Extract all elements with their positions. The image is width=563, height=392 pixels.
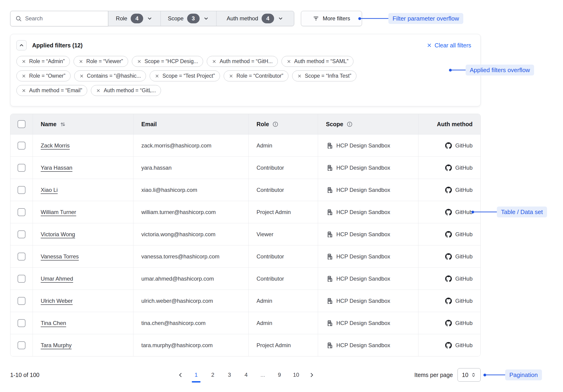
table-row: Victoria Wong victoria.wong@hashicorp.co… [10,223,480,245]
next-page-button[interactable] [308,372,315,378]
applied-filter-chip[interactable]: Role = “Admin” [16,56,70,67]
page-number[interactable]: 3 [225,372,234,378]
applied-filter-chip[interactable]: Scope = “HCP Desig... [132,56,203,67]
annotation-dot [449,69,452,72]
remove-filter-icon[interactable] [229,74,233,78]
page-number[interactable]: 2 [209,372,217,378]
member-name-link[interactable]: Victoria Wong [41,231,75,238]
page-number[interactable]: 4 [242,372,250,378]
scope-cell: HCP Design Sandbox [318,201,418,223]
remove-filter-icon[interactable] [22,74,26,78]
page-number[interactable]: 10 [292,372,300,378]
name-cell: Zack Morris [33,135,133,157]
filter-chip-label: Auth method = “Email” [29,87,82,94]
role-filter-dropdown[interactable]: Role 4 [108,11,161,26]
annotation-leader-line [486,375,505,375]
remove-filter-icon[interactable] [155,74,159,78]
github-icon [445,209,452,216]
remove-filter-icon[interactable] [79,59,83,64]
column-header-scope: Scope [318,114,418,134]
role-cell: Viewer [248,223,318,245]
auth-method-header-label: Auth method [437,121,473,128]
chevron-down-icon [203,15,209,22]
applied-filter-chip[interactable]: Scope = “Test Project” [150,71,220,81]
remove-filter-icon[interactable] [22,88,26,93]
member-name-link[interactable]: Tina Chen [41,320,66,326]
scope-name: HCP Design Sandbox [336,342,390,349]
member-name-link[interactable]: Vanessa Torres [41,253,79,260]
search-input[interactable] [25,15,103,22]
auth-method-name: GitHub [455,320,473,326]
remove-filter-icon[interactable] [79,74,84,78]
member-name-link[interactable]: Yara Hassan [41,165,72,171]
applied-filter-chip[interactable]: Auth method = “GitH... [207,56,278,67]
page-number[interactable]: 9 [275,372,283,378]
applied-filter-chip[interactable]: Role = “Owner” [16,71,71,81]
row-checkbox[interactable] [18,231,26,238]
search-field[interactable] [10,11,108,26]
auth-method-cell: GitHub [418,179,480,201]
row-checkbox[interactable] [18,297,26,305]
previous-page-button[interactable] [178,372,184,378]
member-name-link[interactable]: Ulrich Weber [41,298,73,304]
organization-icon [326,319,333,327]
scope-filter-dropdown[interactable]: Scope 3 [161,11,216,26]
member-name-link[interactable]: Umar Ahmed [41,276,73,282]
scope-header-label: Scope [326,121,343,128]
remove-filter-icon[interactable] [137,59,141,64]
applied-filter-chip[interactable]: Contains = “@hashic... [74,71,146,81]
remove-filter-icon[interactable] [212,59,217,64]
page-ellipsis: ... [259,372,267,378]
annotation-leader-line [474,212,497,212]
row-select-cell [10,223,33,245]
applied-filter-chip[interactable]: Auth method = “GitL... [91,85,161,96]
annotation-filter-parameter-overflow: Filter parameter overflow [358,13,463,24]
member-name-link[interactable]: William Turner [41,209,76,215]
name-cell: Victoria Wong [33,223,133,245]
remove-filter-icon[interactable] [96,88,101,93]
items-per-page-select[interactable]: 10 [458,368,481,382]
remove-filter-icon[interactable] [297,74,302,78]
select-all-checkbox[interactable] [18,120,26,128]
applied-filter-chip[interactable]: Role = “Contributor” [224,71,288,81]
row-checkbox[interactable] [18,341,26,349]
applied-filter-chip[interactable]: Scope = “Infra Test” [292,71,357,81]
filter-chip-label: Role = “Contributor” [236,73,283,79]
row-checkbox[interactable] [18,164,26,172]
remove-filter-icon[interactable] [22,59,26,64]
applied-filter-chip[interactable]: Role = “Viewer” [74,56,128,67]
member-name-link[interactable]: Xiao Li [41,187,58,193]
github-icon [445,320,452,327]
sort-icon[interactable] [60,121,66,127]
role-cell: Contributor [248,245,318,268]
row-checkbox[interactable] [18,186,26,194]
row-checkbox[interactable] [18,142,26,149]
row-checkbox[interactable] [18,275,26,283]
row-checkbox[interactable] [18,319,26,327]
row-select-cell [10,135,33,157]
member-name-link[interactable]: Zack Morris [41,142,70,149]
info-icon[interactable] [346,121,353,127]
github-icon [445,186,452,194]
organization-icon [326,164,333,171]
column-header-name[interactable]: Name [33,114,133,134]
items-per-page-label: Items per page [414,372,453,378]
row-checkbox[interactable] [18,208,26,216]
clear-all-filters-link[interactable]: Clear all filters [427,42,471,49]
info-icon[interactable] [272,121,279,127]
annotation-pagination: Pagination [484,369,542,380]
remove-filter-icon[interactable] [287,59,291,64]
member-name-link[interactable]: Tara Murphy [41,342,71,349]
row-select-cell [10,268,33,290]
more-filters-button[interactable]: More filters [301,11,362,26]
applied-filter-chip[interactable]: Auth method = “Email” [16,85,87,96]
email-cell: tina.chen@hashicorp.com [133,312,248,334]
applied-filter-chip[interactable]: Auth method = “SAML” [282,56,354,67]
scope-name: HCP Design Sandbox [336,276,390,282]
auth-method-filter-dropdown[interactable]: Auth method 4 [216,11,294,26]
page-number[interactable]: 1 [192,372,200,378]
row-checkbox[interactable] [18,253,26,260]
scope-cell: HCP Design Sandbox [318,312,418,334]
annotation-dot [484,374,486,376]
collapse-applied-filters-button[interactable] [16,40,26,50]
